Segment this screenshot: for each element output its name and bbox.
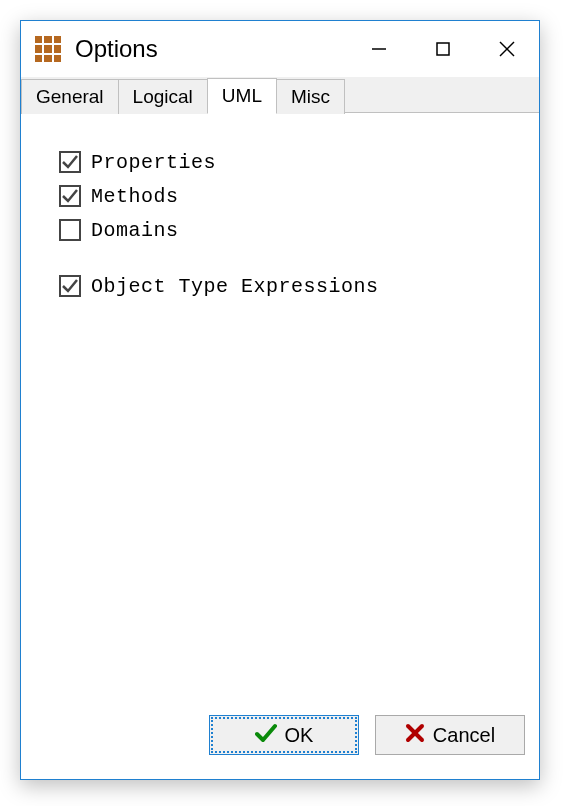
minimize-button[interactable] xyxy=(347,21,411,77)
tab-logical[interactable]: Logical xyxy=(118,79,208,114)
checkbox-label: Methods xyxy=(91,185,179,208)
checkbox-objtype[interactable] xyxy=(59,275,81,297)
options-dialog: Options General xyxy=(20,20,540,780)
window-title: Options xyxy=(75,35,158,63)
tab-label: Misc xyxy=(291,86,330,108)
checkbox-properties[interactable] xyxy=(59,151,81,173)
app-grid-icon xyxy=(35,36,61,62)
checkbox-label: Properties xyxy=(91,151,216,174)
x-icon xyxy=(405,723,425,748)
checkbox-methods[interactable] xyxy=(59,185,81,207)
checkbox-row-methods[interactable]: Methods xyxy=(59,181,509,211)
checkbox-row-domains[interactable]: Domains xyxy=(59,215,509,245)
titlebar: Options xyxy=(21,21,539,77)
check-icon xyxy=(255,722,277,749)
tab-label: General xyxy=(36,86,104,108)
tab-content-uml: Properties Methods Domains Object Type E… xyxy=(21,113,539,705)
window-controls xyxy=(347,21,539,77)
svg-rect-1 xyxy=(437,43,449,55)
tab-strip: General Logical UML Misc xyxy=(21,77,539,113)
button-label: Cancel xyxy=(433,724,495,747)
cancel-button[interactable]: Cancel xyxy=(375,715,525,755)
checkbox-row-properties[interactable]: Properties xyxy=(59,147,509,177)
tab-label: Logical xyxy=(133,86,193,108)
tab-misc[interactable]: Misc xyxy=(276,79,345,114)
tab-general[interactable]: General xyxy=(21,79,119,114)
checkbox-domains[interactable] xyxy=(59,219,81,241)
checkbox-row-objtype[interactable]: Object Type Expressions xyxy=(59,271,509,301)
dialog-button-bar: OK Cancel xyxy=(21,705,539,779)
checkbox-label: Object Type Expressions xyxy=(91,275,379,298)
maximize-button[interactable] xyxy=(411,21,475,77)
close-button[interactable] xyxy=(475,21,539,77)
tab-uml[interactable]: UML xyxy=(207,78,277,114)
tab-label: UML xyxy=(222,85,262,107)
checkbox-label: Domains xyxy=(91,219,179,242)
button-label: OK xyxy=(285,724,314,747)
ok-button[interactable]: OK xyxy=(209,715,359,755)
